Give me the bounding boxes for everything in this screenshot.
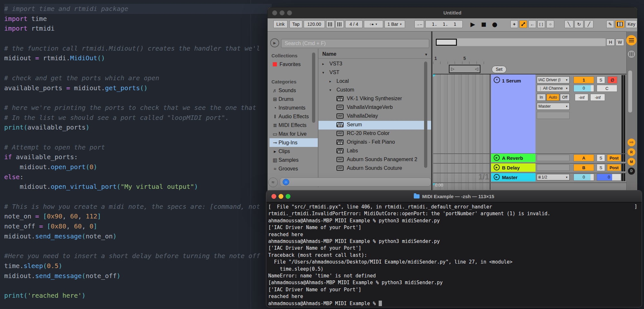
song-start-marker[interactable] [433, 74, 436, 77]
monitor-auto-button[interactable]: Auto [546, 94, 559, 101]
fold-return-button[interactable]: ▶ [494, 164, 500, 170]
tree-folder-custom[interactable]: ▾Custom [318, 86, 431, 95]
midi-overdub-button[interactable]: + [510, 20, 518, 28]
master-volume-slider[interactable]: 0 [597, 174, 621, 181]
sidebar-item-max-for-live[interactable]: ▭Max for Live [270, 130, 318, 138]
plugin-row-auburn-sounds-panagement-2[interactable]: VSTAuburn Sounds Panagement 2 [318, 156, 431, 164]
arrangement-scrollbar[interactable] [628, 71, 632, 112]
loop-button[interactable]: ↻ [574, 20, 583, 28]
code-area[interactable]: # import time and rtmidi packageimport t… [0, 4, 272, 301]
punch-in-button[interactable]: ╲ [564, 20, 573, 28]
sidebar-item-plug-ins[interactable]: ⊸Plug-Ins [270, 138, 318, 147]
sidebar-item-instruments[interactable]: ◔Instruments [270, 103, 318, 112]
sidebar-item-samples[interactable]: ▥Samples [270, 156, 318, 164]
cue-out-dropdown[interactable]: ii1/2▼ [537, 174, 570, 180]
return-post-button[interactable]: Post [607, 154, 621, 161]
preview-headphone-icon[interactable]: ∩ [283, 179, 289, 185]
return-track-a[interactable]: ▶ A Reverb [491, 154, 535, 162]
collapse-arrow-icon[interactable]: ▾ [329, 88, 331, 92]
draw-mode-button[interactable]: ✎ [606, 20, 614, 28]
monitor-in-button[interactable]: In [537, 94, 546, 101]
terminal-content[interactable]: [ File "src/_rtmidi.pyx", line 406, in r… [266, 202, 642, 307]
key-map-button[interactable]: Key [626, 20, 637, 28]
master-track[interactable]: ▶ Master [491, 173, 535, 181]
loop-switch-button[interactable]: ○ [546, 20, 554, 28]
plugin-row-auburn-sounds-couture[interactable]: VSTAuburn Sounds Couture [318, 164, 431, 173]
show-io-button[interactable]: I·O [628, 139, 635, 146]
punch-out-button[interactable]: ╱ [584, 20, 593, 28]
loop-start-icon[interactable]: ▷ [451, 65, 454, 72]
expand-arrow-icon[interactable]: ▸ [329, 79, 331, 83]
cue-volume-slider[interactable]: 0 [573, 174, 594, 181]
hamburger-menu-button[interactable] [626, 35, 637, 45]
play-button[interactable]: ▶ [470, 21, 475, 27]
code-line: print(available_ports) [4, 122, 272, 132]
midi-channel-dropdown[interactable]: ⋮All Channe▼ [537, 85, 570, 92]
plugin-row-vk-1-viking-synthesizer[interactable]: VSTVK-1 Viking Synthesizer [318, 95, 431, 103]
stop-button[interactable]: ■ [481, 21, 486, 27]
midi-from-dropdown[interactable]: IAC Driver (I▼ [537, 76, 570, 83]
plugin-row-serum[interactable]: VSTSerum [318, 121, 431, 130]
collapse-arrow-icon[interactable]: ▾ [322, 71, 324, 75]
show-mixer-button[interactable]: M [628, 158, 635, 166]
session-record-button[interactable] [519, 20, 527, 28]
grooves-bubble-icon[interactable]: ≈ [268, 178, 278, 187]
sidebar-item-midi-effects[interactable]: ≣MIDI Effects [270, 121, 318, 130]
return-io-slot[interactable] [537, 155, 570, 161]
plugin-row-originals-felt-piano[interactable]: VSTOriginals - Felt Piano [318, 138, 431, 147]
volume-box-2[interactable]: -inf [590, 94, 605, 101]
audio-to-dropdown[interactable]: Master▼ [537, 103, 570, 110]
sidebar-item-clips[interactable]: ▸Clips [270, 147, 318, 156]
expand-arrow-icon[interactable]: ▸ [322, 62, 324, 66]
plugin-row-rc-20-retro-color[interactable]: VSTRC-20 Retro Color [318, 130, 431, 138]
monitor-off-button[interactable]: Off [560, 94, 570, 101]
pan-slider[interactable]: 0 [573, 85, 594, 92]
track-number-box[interactable]: 1 [573, 76, 594, 83]
plugin-row-labs[interactable]: VSTLabs [318, 147, 431, 156]
crossfade-box[interactable]: C [597, 85, 617, 92]
return-solo-button[interactable]: S [597, 164, 605, 171]
send-slot[interactable] [537, 112, 570, 119]
set-locator-button[interactable]: Set [492, 66, 507, 73]
plugin-row-valhallavintageverb[interactable]: VSTValhallaVintageVerb [318, 103, 431, 112]
sidebar-scrollbar[interactable] [312, 53, 315, 123]
return-io-slot[interactable] [537, 164, 570, 171]
overview-viewport[interactable] [436, 39, 457, 46]
computer-midi-keyboard-button[interactable] [615, 20, 624, 28]
return-send-box[interactable]: A [573, 154, 594, 161]
sidebar-item-favorites[interactable]: Favorites [270, 60, 318, 69]
sidebar-item-drums[interactable]: ⊞Drums [270, 95, 318, 103]
return-post-button[interactable]: Post [607, 164, 621, 171]
sidebar-item-grooves[interactable]: ≈Grooves [270, 164, 318, 173]
track-header-serum[interactable]: ▼ 1 Serum [491, 74, 535, 154]
tree-folder-vst[interactable]: ▾VST [318, 69, 431, 77]
return-solo-button[interactable]: S [597, 154, 605, 161]
show-returns-button[interactable]: R [628, 148, 635, 156]
return-track-b[interactable]: ▶ B Delay [491, 163, 535, 172]
show-delay-button[interactable]: D [628, 168, 635, 175]
record-button[interactable]: ● [492, 21, 497, 27]
plugin-row-valhalladelay[interactable]: VSTValhallaDelay [318, 112, 431, 121]
mixer-view-button[interactable] [627, 50, 636, 58]
loop-region[interactable]: ▷ ◁ [449, 65, 480, 73]
loop-end-icon[interactable]: ◁ [475, 65, 478, 72]
terminal-titlebar[interactable]: MIDI Example — -zsh — 113×15 [266, 190, 642, 202]
overview-h-button[interactable]: H [606, 39, 615, 46]
tree-folder-local[interactable]: ▸Local [318, 77, 431, 86]
pane-divider[interactable] [431, 31, 432, 199]
fold-track-button[interactable]: ▼ [494, 77, 500, 83]
arm-button[interactable]: ∅ [608, 76, 617, 83]
sidebar-item-sounds[interactable]: ♬Sounds [270, 86, 318, 95]
return-send-box[interactable]: B [573, 164, 594, 171]
sidebar-item-audio-effects[interactable]: ‖Audio Effects [270, 112, 318, 121]
tree-folder-vst3[interactable]: ▸VST3 [318, 60, 431, 69]
fold-return-button[interactable]: ▶ [494, 155, 500, 161]
volume-box[interactable]: -inf [575, 94, 588, 101]
back-to-arrangement-button[interactable]: ← [528, 20, 536, 28]
list-scrollbar[interactable] [424, 62, 427, 168]
overview-w-button[interactable]: W [616, 39, 624, 46]
solo-button[interactable]: S [597, 76, 605, 83]
punch-region-button[interactable]: [ ] [537, 20, 545, 28]
fold-master-button[interactable]: ▶ [494, 174, 500, 180]
arrangement-overview[interactable] [435, 38, 606, 46]
